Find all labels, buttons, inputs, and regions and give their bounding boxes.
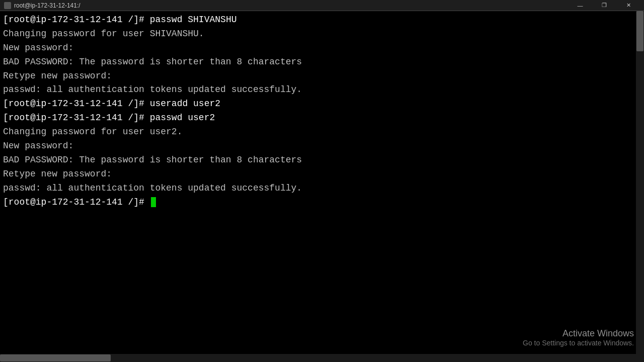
command-text: passwd user2 xyxy=(150,113,215,123)
terminal-line: [root@ip-172-31-12-141 /]# passwd SHIVAN… xyxy=(3,13,641,27)
title-bar-text: root@ip-172-31-12-141:/ xyxy=(14,2,80,9)
output-text: BAD PASSWORD: The password is shorter th… xyxy=(3,57,302,67)
title-bar: root@ip-172-31-12-141:/ — ❐ ✕ xyxy=(0,0,644,11)
command-text: useradd user2 xyxy=(150,99,220,109)
cursor xyxy=(151,197,156,207)
terminal-line: passwd: all authentication tokens update… xyxy=(3,182,641,196)
terminal-line: [root@ip-172-31-12-141 /]# useradd user2 xyxy=(3,97,641,111)
title-bar-controls: — ❐ ✕ xyxy=(569,0,640,11)
terminal-line: [root@ip-172-31-12-141 /]# xyxy=(3,196,641,210)
prompt: [root@ip-172-31-12-141 /]# xyxy=(3,113,150,123)
vertical-scrollbar[interactable] xyxy=(636,11,644,354)
maximize-button[interactable]: ❐ xyxy=(593,0,616,11)
title-bar-left: root@ip-172-31-12-141:/ xyxy=(4,2,80,9)
output-text: New password: xyxy=(3,43,73,53)
terminal-icon xyxy=(4,2,11,9)
horizontal-scrollbar[interactable] xyxy=(0,354,644,362)
terminal-line: New password: xyxy=(3,139,641,153)
terminal-line: BAD PASSWORD: The password is shorter th… xyxy=(3,153,641,167)
scrollbar-thumb[interactable] xyxy=(636,11,643,51)
terminal-line: [root@ip-172-31-12-141 /]# passwd user2 xyxy=(3,111,641,125)
output-text: Changing password for user SHIVANSHU. xyxy=(3,29,204,39)
output-text: Changing password for user user2. xyxy=(3,127,182,137)
terminal-line: New password: xyxy=(3,41,641,55)
output-text: New password: xyxy=(3,141,73,151)
prompt: [root@ip-172-31-12-141 /]# xyxy=(3,99,150,109)
close-button[interactable]: ✕ xyxy=(617,0,640,11)
output-text: BAD PASSWORD: The password is shorter th… xyxy=(3,155,302,165)
prompt: [root@ip-172-31-12-141 /]# xyxy=(3,15,150,25)
terminal-line: passwd: all authentication tokens update… xyxy=(3,83,641,97)
terminal-line: Changing password for user SHIVANSHU. xyxy=(3,27,641,41)
activate-windows-watermark: Activate Windows Go to Settings to activ… xyxy=(523,328,634,347)
output-text: Retype new password: xyxy=(3,169,112,179)
terminal-line: Retype new password: xyxy=(3,69,641,83)
output-text: passwd: all authentication tokens update… xyxy=(3,183,302,193)
activate-windows-subtitle: Go to Settings to activate Windows. xyxy=(523,339,634,347)
horizontal-scrollbar-thumb[interactable] xyxy=(0,354,111,361)
command-text: passwd SHIVANSHU xyxy=(150,15,237,25)
terminal-line: BAD PASSWORD: The password is shorter th… xyxy=(3,55,641,69)
terminal-line: Retype new password: xyxy=(3,167,641,182)
output-text: Retype new password: xyxy=(3,71,112,81)
terminal-line: Changing password for user user2. xyxy=(3,125,641,139)
terminal-body[interactable]: [root@ip-172-31-12-141 /]# passwd SHIVAN… xyxy=(0,11,644,354)
activate-windows-title: Activate Windows xyxy=(523,328,634,339)
prompt: [root@ip-172-31-12-141 /]# xyxy=(3,197,150,207)
output-text: passwd: all authentication tokens update… xyxy=(3,84,302,95)
minimize-button[interactable]: — xyxy=(569,0,592,11)
